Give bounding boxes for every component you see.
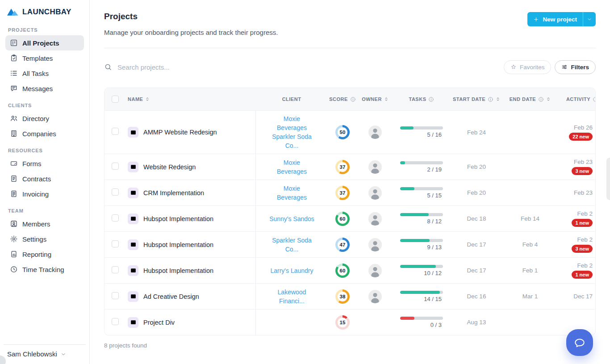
table-row[interactable]: CRM ImplementationMoxie Beverages375 / 1…: [104, 180, 595, 206]
client-link[interactable]: Sunny's Sandos: [268, 214, 316, 223]
start-date-cell: Feb 20: [450, 189, 503, 196]
owner-avatar[interactable]: [368, 186, 382, 200]
new-project-button[interactable]: New project: [527, 12, 596, 26]
row-checkbox[interactable]: [112, 240, 119, 247]
client-link[interactable]: Moxie Beverages: [268, 158, 316, 176]
sidebar-item-invoicing[interactable]: Invoicing: [5, 186, 84, 201]
column-header-score[interactable]: SCORE: [328, 96, 357, 102]
sidebar-item-directory[interactable]: Directory: [5, 111, 84, 126]
header-divider: [104, 48, 596, 48]
column-header-client[interactable]: CLIENT: [255, 96, 328, 102]
tasks-progress-track: [400, 161, 443, 164]
table-row[interactable]: Ad Creative DesignLakewood Financi...381…: [104, 284, 595, 310]
column-header-start-date[interactable]: START DATE: [450, 96, 503, 102]
table-row[interactable]: Website RedesignMoxie Beverages372 / 19F…: [104, 154, 595, 180]
tasks-progress-fill: [400, 291, 440, 294]
search-input[interactable]: [117, 63, 306, 71]
sidebar-item-forms[interactable]: Forms: [5, 156, 84, 171]
column-label: CLIENT: [282, 96, 301, 102]
star-icon: [510, 64, 517, 70]
search-box[interactable]: [104, 63, 504, 71]
clock-icon: [10, 265, 18, 273]
tasks-progress: 10 / 12: [400, 265, 443, 276]
client-link[interactable]: Sparkler Soda Co...: [268, 236, 316, 254]
sidebar-item-all-projects[interactable]: All Projects: [5, 35, 84, 50]
row-checkbox[interactable]: [112, 318, 119, 325]
sidebar-item-companies[interactable]: Companies: [5, 126, 84, 141]
row-checkbox[interactable]: [112, 266, 119, 273]
score-value: 37: [338, 162, 347, 172]
user-menu[interactable]: Sam Chlebowski: [5, 350, 84, 361]
client-link[interactable]: Moxie Beverages: [268, 114, 316, 132]
project-name: AMMP Website Redesign: [143, 129, 217, 136]
sidebar-item-templates[interactable]: Templates: [5, 50, 84, 66]
scrollbar-thumb[interactable]: [606, 158, 610, 200]
brand-logo[interactable]: LAUNCHBAY: [5, 6, 84, 21]
section-label-projects: PROJECTS: [8, 27, 81, 33]
client-cell: [255, 310, 328, 335]
page-header: Projects Manage your onboarding projects…: [104, 9, 596, 36]
filters-icon: [561, 64, 568, 70]
score-value: 15: [338, 318, 347, 327]
score-value: 38: [338, 292, 347, 301]
table-row[interactable]: AMMP Website RedesignMoxie BeveragesSpar…: [104, 111, 595, 154]
sidebar-item-reporting[interactable]: Reporting: [5, 247, 84, 262]
filters-button[interactable]: Filters: [555, 60, 596, 74]
client-link[interactable]: Lakewood Financi...: [268, 288, 316, 305]
client-link[interactable]: Larry's Laundry: [268, 266, 316, 275]
form-icon: [10, 159, 18, 167]
sort-icon: [546, 97, 551, 101]
score-cell: 37: [328, 186, 357, 200]
select-all-checkbox[interactable]: [112, 96, 119, 103]
new-project-main[interactable]: New project: [527, 12, 583, 26]
plus-icon: [533, 17, 539, 22]
activity-date: Feb 2: [577, 262, 593, 269]
project-window-icon: [128, 239, 138, 250]
column-header-tasks[interactable]: TASKS: [393, 96, 450, 102]
owner-avatar[interactable]: [368, 126, 382, 139]
client-link[interactable]: Moxie Beverages: [268, 184, 316, 202]
row-select-cell: [104, 163, 124, 172]
row-checkbox[interactable]: [112, 163, 119, 170]
sidebar-item-messages[interactable]: Messages: [5, 81, 84, 96]
report-icon: [10, 250, 18, 258]
row-checkbox[interactable]: [112, 214, 119, 222]
column-label: ACTIVITY: [566, 96, 590, 102]
table-row[interactable]: Project Div150 / 3Aug 13: [104, 310, 595, 335]
client-link[interactable]: Sparkler Soda Co...: [268, 132, 316, 150]
sidebar-item-settings[interactable]: Settings: [5, 231, 84, 247]
tasks-progress-track: [400, 187, 443, 190]
owner-avatar[interactable]: [368, 238, 382, 251]
end-date-cell: Feb 1: [503, 267, 557, 274]
column-header-activity[interactable]: ACTIVITY: [557, 96, 595, 102]
sidebar-item-members[interactable]: Members: [5, 216, 84, 231]
column-header-name[interactable]: NAME: [124, 96, 255, 102]
owner-avatar[interactable]: [368, 264, 382, 277]
table-row[interactable]: Hubspot ImplementationSparkler Soda Co..…: [104, 232, 595, 258]
tasks-progress-track: [400, 317, 443, 320]
owner-avatar[interactable]: [368, 290, 382, 303]
table-row[interactable]: Hubspot ImplementationSunny's Sandos608 …: [104, 206, 595, 232]
row-select-cell: [104, 128, 124, 137]
row-checkbox[interactable]: [112, 292, 119, 299]
column-header-owner[interactable]: OWNER: [357, 96, 393, 102]
chat-button[interactable]: [566, 329, 593, 356]
owner-avatar[interactable]: [368, 160, 382, 174]
column-header-end-date[interactable]: END DATE: [503, 96, 557, 102]
sidebar-item-all-tasks[interactable]: All Tasks: [5, 66, 84, 81]
score-ring: 15: [335, 315, 350, 330]
tasks-progress: 14 / 15: [400, 291, 443, 302]
sidebar-item-contracts[interactable]: Contracts: [5, 171, 84, 186]
new-project-dropdown[interactable]: [583, 12, 596, 26]
favorites-button[interactable]: Favorites: [504, 60, 552, 74]
sidebar-item-time-tracking[interactable]: Time Tracking: [5, 262, 84, 277]
row-checkbox[interactable]: [112, 188, 119, 196]
tasks-count: 5 / 16: [400, 131, 443, 138]
table-row[interactable]: Hubspot ImplementationLarry's Laundry601…: [104, 258, 595, 284]
score-ring: 60: [335, 264, 350, 278]
results-count: 8 projects found: [104, 342, 596, 349]
owner-avatar[interactable]: [368, 212, 382, 226]
project-window-icon: [128, 127, 138, 138]
row-checkbox[interactable]: [112, 128, 119, 135]
sidebar-item-label: Directory: [22, 115, 49, 122]
